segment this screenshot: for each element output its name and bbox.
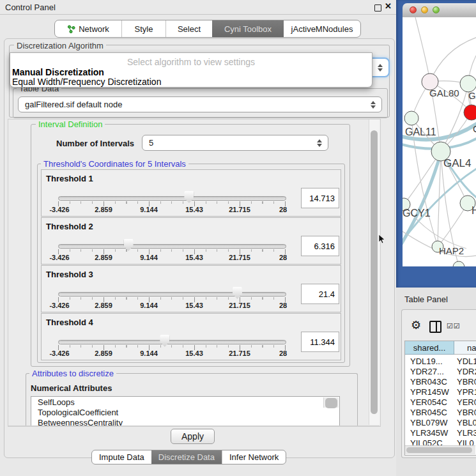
table-horizontal-scrollbar[interactable] [405, 445, 475, 454]
minimize-traffic-light-icon[interactable] [421, 6, 428, 13]
table-row[interactable]: YDL19...YDL1 [405, 356, 476, 366]
tab-discretize-data[interactable]: Discretize Data [151, 450, 222, 464]
apply-button-label: Apply [181, 431, 204, 441]
close-icon[interactable]: ✕ [385, 1, 392, 11]
dropdown-option-equal-width[interactable]: Equal Width/Frequency Discretization [12, 77, 161, 87]
node-label-gal80: GAL80 [429, 88, 459, 98]
table-row[interactable]: YER054CYER0 [405, 397, 476, 407]
node-label-h: H [472, 205, 476, 216]
node-table[interactable]: shared... na YDL19...YDL1 YDR27...YDR2 Y… [404, 341, 476, 456]
threshold-3-slider[interactable] [58, 292, 286, 296]
columns-icon[interactable] [429, 321, 441, 333]
network-node-bottom[interactable] [453, 261, 464, 266]
network-icon [67, 25, 75, 33]
combo-stepper-icon [317, 139, 322, 147]
threshold-1-panel: Threshold 1 -3.426 2.859 9.144 15.43 21.… [41, 169, 341, 217]
algorithm-dropdown-popup: Select algorithm to view settings Manual… [10, 52, 372, 88]
slider-scale-labels: -3.426 2.859 9.144 15.43 21.715 28 [58, 302, 286, 309]
float-window-icon[interactable] [374, 4, 381, 12]
dropdown-placeholder-option[interactable]: Select algorithm to view settings [10, 57, 372, 67]
table-data-combo[interactable]: galFiltered.sif default node [18, 96, 382, 112]
column-header-name[interactable]: na [454, 341, 476, 355]
node-label-gcy1: GCY1 [403, 208, 431, 219]
close-traffic-light-icon[interactable] [410, 6, 417, 13]
network-window-titlebar[interactable] [403, 3, 476, 18]
table-row[interactable]: YBR043CYBR0 [405, 376, 476, 387]
network-canvas[interactable]: GAL80 GA C GAL11 GAL4 GCY1 H HAP2 [403, 17, 476, 266]
tab-select-label: Select [178, 24, 201, 34]
table-row[interactable]: YBL079WYBL0 [405, 417, 476, 427]
tab-select[interactable]: Select [165, 20, 212, 37]
tab-network[interactable]: Network [55, 20, 121, 37]
table-row[interactable]: YDR27...YDR2 [405, 366, 476, 376]
slider-scale-labels: -3.426 2.859 9.144 15.43 21.715 28 [58, 349, 286, 357]
tab-style[interactable]: Style [121, 20, 165, 37]
select-columns-checkboxes-icon[interactable]: ☑☑ [447, 322, 461, 330]
bottom-tabs: Impute Data Discretize Data Infer Networ… [91, 450, 286, 464]
table-row[interactable]: YPR145WYPR1 [405, 387, 476, 397]
column-header-shared[interactable]: shared... [405, 341, 454, 355]
tab-infer-network-label: Infer Network [229, 452, 279, 462]
number-of-intervals-label: Number of Intervals [56, 139, 134, 148]
tab-impute-data[interactable]: Impute Data [92, 450, 151, 464]
table-horizontal-scrollbar-thumb[interactable] [406, 447, 472, 453]
mouse-cursor [378, 234, 386, 244]
attributes-group-title: Attributes to discretize [29, 369, 116, 378]
threshold-2-label: Threshold 2 [46, 222, 93, 231]
threshold-1-value-input[interactable] [301, 188, 339, 208]
panel-title: Control Panel [5, 3, 56, 12]
node-label-gal11: GAL11 [405, 127, 436, 137]
threshold-2-value-input[interactable] [301, 236, 339, 256]
slider-scale-labels: -3.426 2.859 9.144 15.43 21.715 28 [58, 254, 286, 261]
interval-definition-group-title: Interval Definition [36, 119, 105, 129]
threshold-4-label: Threshold 4 [46, 318, 93, 327]
vertical-scrollbar-thumb[interactable] [371, 130, 378, 414]
threshold-4-value-input[interactable] [301, 332, 339, 352]
threshold-4-slider[interactable] [58, 340, 286, 344]
tab-cyni-toolbox[interactable]: Cyni Toolbox [212, 20, 284, 37]
tab-cyni-toolbox-label: Cyni Toolbox [224, 24, 272, 34]
table-header-row: shared... na [405, 341, 476, 355]
tab-jactivemnodules[interactable]: jActiveMNodules [284, 20, 360, 37]
threshold-3-value-input[interactable] [301, 284, 339, 304]
gear-icon[interactable]: ⚙ [411, 318, 421, 332]
node-label-gal4: GAL4 [443, 157, 471, 169]
threshold-2-panel: Threshold 2 -3.426 2.859 9.144 15.43 21.… [41, 217, 341, 265]
node-label-red: C [473, 123, 476, 134]
threshold-3-label: Threshold 3 [46, 270, 93, 279]
table-row[interactable]: YLR345WYLR3 [405, 427, 476, 438]
threshold-2-slider[interactable] [58, 244, 286, 249]
dropdown-option-manual-discretization[interactable]: Manual Discretization [12, 67, 104, 77]
network-edge [415, 17, 430, 81]
list-item[interactable]: SelfLoops [31, 397, 339, 407]
list-scrollbar[interactable] [323, 397, 339, 408]
threshold-1-label: Threshold 1 [46, 174, 93, 183]
tab-style-label: Style [135, 24, 153, 34]
list-item[interactable]: TopologicalCoefficient [31, 407, 339, 417]
table-panel-title: Table Panel [404, 295, 448, 304]
tab-network-label: Network [79, 24, 109, 34]
number-of-intervals-value: 5 [149, 138, 153, 148]
table-data-combo-value: galFiltered.sif default node [25, 100, 122, 109]
number-of-intervals-combo[interactable]: 5 [142, 135, 328, 151]
tab-jactivemnodules-label: jActiveMNodules [291, 24, 353, 34]
slider-scale-labels: -3.426 2.859 9.144 15.43 21.715 28 [58, 206, 286, 213]
combo-stepper-icon [371, 101, 376, 109]
viewport-bottom-divider [8, 426, 380, 426]
network-node-gal11[interactable] [404, 111, 418, 125]
discretization-algorithm-group-title: Discretization Algorithm [14, 41, 106, 50]
network-node-selected-red[interactable] [464, 105, 476, 120]
list-scrollbar-thumb[interactable] [325, 398, 337, 408]
numerical-attributes-list[interactable]: SelfLoops TopologicalCoefficient Between… [31, 396, 340, 426]
zoom-traffic-light-icon[interactable] [433, 6, 440, 13]
tab-discretize-data-label: Discretize Data [158, 452, 215, 462]
tab-infer-network[interactable]: Infer Network [222, 450, 286, 464]
apply-button[interactable]: Apply [171, 429, 215, 444]
table-row[interactable]: YBR045CYBR0 [405, 407, 476, 417]
threshold-1-slider[interactable] [58, 196, 286, 201]
node-label-hap2: HAP2 [439, 245, 464, 256]
node-label-top: GA [468, 90, 476, 101]
control-panel-tabs: Network Style Select Cyni Toolbox jActiv… [54, 20, 361, 38]
numerical-attributes-label: Numerical Attributes [31, 383, 112, 393]
list-item[interactable]: BetweennessCentrality [31, 417, 339, 426]
